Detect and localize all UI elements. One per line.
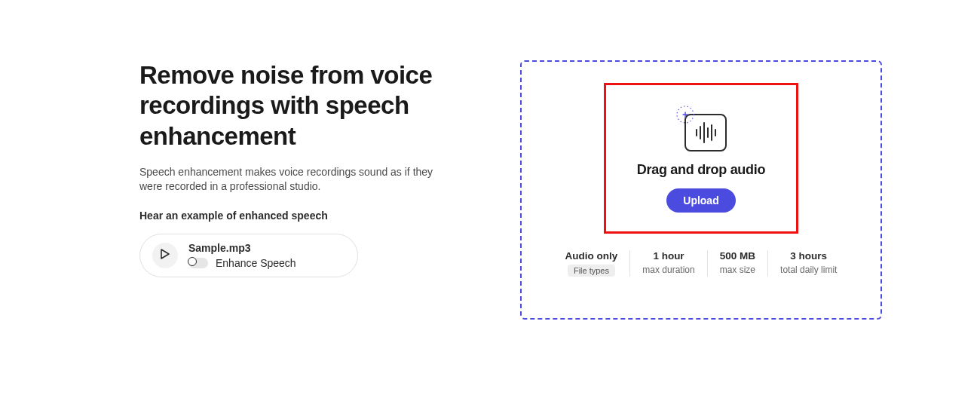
spec-bot: max size (720, 265, 755, 275)
enhance-row: Enhance Speech (188, 257, 296, 269)
specs-row: Audio only File types 1 hour max duratio… (541, 250, 861, 277)
spec-max-duration: 1 hour max duration (630, 250, 707, 277)
spec-top: 1 hour (653, 250, 684, 262)
upload-box-highlight: + Drag and drop audio Upload (604, 83, 798, 234)
toggle-knob (188, 257, 197, 266)
spec-daily-limit: 3 hours total daily limit (768, 250, 849, 277)
file-types-tag[interactable]: File types (568, 265, 615, 277)
upload-button[interactable]: Upload (666, 188, 735, 213)
upload-icon: + (671, 105, 731, 151)
sample-filename: Sample.mp3 (188, 242, 296, 254)
spec-bot: total daily limit (780, 265, 837, 275)
drag-drop-text: Drag and drop audio (637, 162, 765, 178)
left-column: Remove noise from voice recordings with … (139, 60, 445, 362)
add-icon: + (675, 105, 695, 124)
enhance-label: Enhance Speech (216, 257, 296, 269)
spec-top: 3 hours (790, 250, 827, 262)
spec-top: 500 MB (720, 250, 755, 262)
example-label: Hear an example of enhanced speech (139, 210, 445, 222)
play-icon (161, 249, 170, 262)
sample-body: Sample.mp3 Enhance Speech (188, 242, 296, 269)
page-description: Speech enhancement makes voice recording… (139, 165, 433, 194)
sample-player: Sample.mp3 Enhance Speech (139, 234, 358, 277)
spec-top: Audio only (565, 250, 618, 262)
spec-bot: max duration (642, 265, 694, 275)
spec-audio-only: Audio only File types (553, 250, 631, 277)
play-button[interactable] (152, 243, 178, 268)
dropzone[interactable]: + Drag and drop audio Upload Audio only … (520, 60, 882, 320)
page-root: Remove noise from voice recordings with … (0, 0, 980, 407)
right-column: + Drag and drop audio Upload Audio only … (520, 60, 935, 362)
enhance-toggle[interactable] (188, 258, 208, 268)
spec-max-size: 500 MB max size (708, 250, 768, 277)
page-title: Remove noise from voice recordings with … (139, 60, 445, 151)
